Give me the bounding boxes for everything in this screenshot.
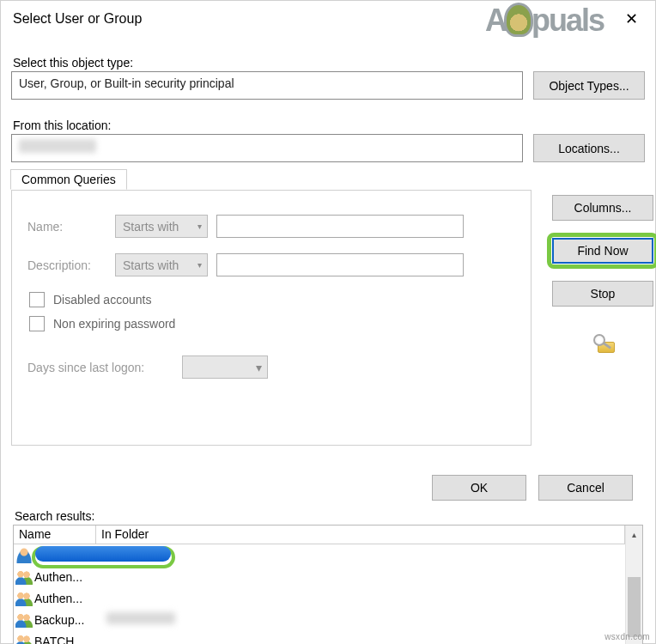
locations-button[interactable]: Locations... [533, 134, 645, 162]
find-now-highlight: Find Now [547, 233, 656, 269]
non-expiring-password-checkbox[interactable] [29, 316, 45, 331]
vertical-scrollbar[interactable]: ▴ ▾ [625, 526, 642, 644]
chevron-down-icon: ▾ [197, 260, 202, 270]
result-row[interactable]: Backup... [14, 609, 625, 630]
find-now-button[interactable]: Find Now [552, 238, 653, 264]
footer-credit: wsxdn.com [604, 632, 650, 641]
columns-button[interactable]: Columns... [552, 195, 653, 221]
location-field [11, 134, 523, 162]
window-title: Select User or Group [11, 6, 143, 32]
location-value-redacted [19, 139, 96, 153]
watermark-logo: A puals [485, 3, 604, 39]
group-icon [15, 634, 33, 645]
description-match-mode-dropdown: Starts with ▾ [115, 253, 208, 276]
result-name: Backup... [34, 613, 98, 627]
group-icon [15, 591, 33, 606]
scroll-track[interactable] [626, 543, 642, 644]
user-icon [15, 548, 33, 563]
search-results-grid: Name In Folder Authen... [13, 525, 643, 644]
object-types-button[interactable]: Object Types... [533, 71, 645, 100]
name-filter-input[interactable] [216, 215, 464, 238]
grid-rows: Authen... Authen... Backup... [14, 544, 625, 644]
result-name: Authen... [34, 592, 98, 605]
name-match-mode-value: Starts with [123, 220, 179, 234]
stop-button[interactable]: Stop [552, 281, 653, 307]
description-filter-label: Description: [27, 258, 106, 272]
watermark-mascot-icon [504, 3, 533, 37]
days-since-logon-dropdown: ▾ [182, 355, 268, 379]
cancel-button[interactable]: Cancel [538, 475, 633, 501]
tab-common-queries[interactable]: Common Queries [10, 169, 127, 190]
grid-header-row: Name In Folder [14, 526, 625, 544]
group-icon [15, 569, 33, 585]
disabled-accounts-label: Disabled accounts [53, 293, 151, 307]
from-location-label: From this location: [13, 118, 645, 132]
column-header-in-folder[interactable]: In Folder [96, 526, 625, 544]
name-match-mode-dropdown: Starts with ▾ [115, 215, 208, 238]
result-row-selected[interactable] [14, 544, 625, 566]
column-header-name[interactable]: Name [14, 526, 96, 544]
ok-button[interactable]: OK [432, 475, 526, 501]
object-type-label: Select this object type: [13, 56, 645, 70]
description-match-mode-value: Starts with [123, 258, 179, 272]
description-filter-input[interactable] [216, 253, 464, 276]
watermark-text-a: A [485, 3, 506, 39]
result-row[interactable]: Authen... [14, 566, 625, 587]
watermark-text-puals: puals [531, 3, 604, 39]
object-type-field: User, Group, or Built-in security princi… [11, 71, 523, 100]
days-since-logon-label: Days since last logon: [27, 361, 173, 374]
chevron-down-icon: ▾ [197, 222, 202, 231]
result-name: BATCH [34, 635, 98, 645]
selection-highlight [32, 546, 175, 568]
folder-value-redacted [106, 612, 175, 624]
close-icon[interactable]: ✕ [618, 8, 645, 30]
side-buttons: Columns... Find Now Stop [547, 195, 656, 353]
non-expiring-password-label: Non expiring password [53, 317, 175, 331]
chevron-down-icon: ▾ [256, 361, 262, 374]
result-row[interactable]: Authen... [14, 587, 625, 609]
scroll-up-icon[interactable]: ▴ [626, 526, 642, 543]
group-icon [15, 612, 33, 628]
search-results-label: Search results: [15, 509, 645, 523]
common-queries-panel: Name: Starts with ▾ Description: Starts … [11, 190, 531, 446]
result-folder [98, 612, 625, 627]
disabled-accounts-checkbox[interactable] [29, 292, 45, 307]
select-user-or-group-dialog: A puals Select User or Group ✕ Select th… [0, 0, 656, 644]
scroll-thumb[interactable] [628, 577, 641, 637]
search-folder-icon [591, 334, 615, 353]
result-name: Authen... [34, 570, 98, 584]
name-filter-label: Name: [27, 220, 106, 234]
result-row[interactable]: BATCH [14, 630, 625, 644]
